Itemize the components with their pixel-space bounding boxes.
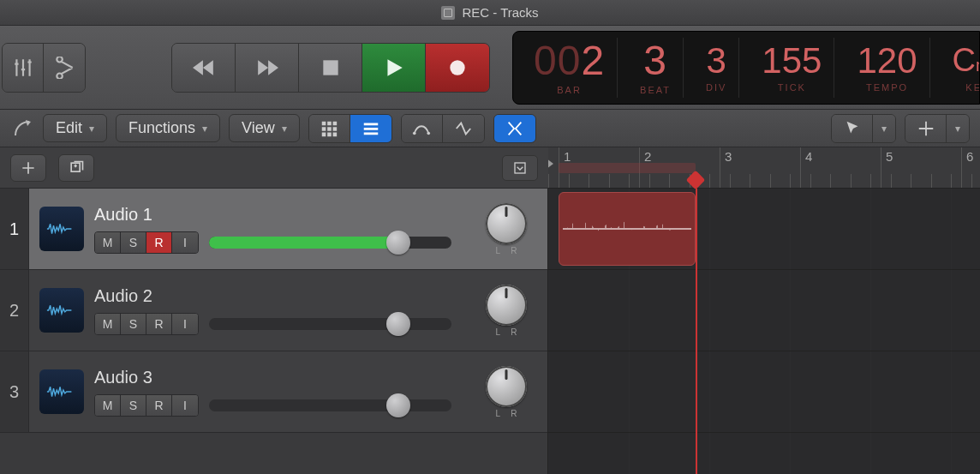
lcd-bar[interactable]: 002 BAR: [522, 38, 618, 98]
lcd-tempo-label: TEMPO: [866, 82, 908, 93]
volume-slider[interactable]: [209, 399, 451, 411]
lcd-key-sub: maj: [976, 56, 980, 75]
track-row[interactable]: 1 Audio 1 M S R I: [0, 189, 547, 270]
functions-menu[interactable]: Functions▾: [116, 114, 220, 142]
stop-button[interactable]: [299, 44, 362, 92]
arrange-lane[interactable]: [548, 189, 980, 270]
track-header-dropdown[interactable]: [502, 155, 538, 181]
back-curve-icon[interactable]: [10, 117, 34, 141]
volume-slider[interactable]: [209, 237, 451, 249]
solo-button[interactable]: S: [121, 314, 146, 334]
rewind-button[interactable]: [172, 44, 236, 92]
mute-button[interactable]: M: [95, 314, 121, 334]
track-core: Audio 3 M S R I: [94, 368, 465, 417]
input-monitor-button[interactable]: I: [172, 232, 198, 253]
view-mode-segment: [308, 114, 392, 143]
left-tool-group: [2, 43, 86, 93]
volume-thumb[interactable]: [386, 393, 410, 417]
lcd-beat-value: 3: [643, 40, 667, 81]
input-monitor-button[interactable]: I: [172, 314, 198, 334]
pan-knob[interactable]: [486, 203, 527, 244]
audio-track-icon[interactable]: [39, 288, 84, 333]
svg-rect-4: [71, 163, 80, 171]
pan-knob[interactable]: [486, 366, 527, 407]
catch-playhead-button[interactable]: [494, 115, 535, 142]
mute-button[interactable]: M: [95, 232, 121, 253]
title-bar: REC - Tracks: [0, 0, 980, 26]
volume-thumb[interactable]: [386, 231, 410, 255]
view-menu[interactable]: View▾: [229, 114, 300, 142]
arrange-body[interactable]: [548, 189, 980, 474]
lcd-tick[interactable]: 155 TICK: [750, 38, 834, 98]
audio-track-icon[interactable]: [39, 369, 84, 414]
lcd-beat[interactable]: 3 BEAT: [628, 38, 684, 98]
track-row[interactable]: 2 Audio 2 M S R I: [0, 270, 547, 351]
playhead-line[interactable]: [696, 189, 697, 474]
pointer-tool-button[interactable]: [832, 115, 873, 142]
list-view-button[interactable]: [350, 115, 391, 142]
transport-bar: 002 BAR 3 BEAT 3 DIV 155 TICK 120 TEMPO …: [0, 26, 980, 110]
cycle-region[interactable]: [559, 163, 696, 173]
lcd-div[interactable]: 3 DIV: [694, 38, 739, 98]
duplicate-track-button[interactable]: [58, 154, 94, 182]
edit-menu-label: Edit: [56, 119, 82, 137]
scissors-icon[interactable]: [44, 44, 85, 92]
volume-thumb[interactable]: [386, 312, 410, 336]
track-row[interactable]: 3 Audio 3 M S R I: [0, 351, 547, 433]
automation-curve-button[interactable]: [402, 115, 443, 142]
arrange-lane[interactable]: [548, 270, 980, 351]
audio-track-icon[interactable]: [39, 207, 84, 251]
lcd-tempo[interactable]: 120 TEMPO: [845, 38, 929, 98]
pointer-tool-chevron[interactable]: ▾: [873, 115, 895, 142]
lcd-bar-value: 2: [581, 38, 605, 83]
record-button[interactable]: [426, 44, 489, 92]
track-name[interactable]: Audio 3: [94, 368, 451, 387]
secondary-tool-chevron[interactable]: ▾: [947, 115, 969, 142]
input-monitor-button[interactable]: I: [172, 395, 198, 416]
volume-slider[interactable]: [209, 318, 451, 330]
grid-view-button[interactable]: [309, 115, 350, 142]
transport-controls: [171, 43, 490, 93]
crosshair-tool-button[interactable]: [905, 115, 947, 142]
mute-button[interactable]: M: [95, 395, 121, 416]
lcd-div-value: 3: [707, 43, 726, 79]
window-title: REC - Tracks: [462, 5, 538, 20]
record-enable-button[interactable]: R: [146, 314, 172, 334]
solo-button[interactable]: S: [121, 395, 146, 416]
track-list: 1 Audio 1 M S R I: [0, 147, 548, 474]
msri-group: M S R I: [94, 231, 199, 254]
catch-segment: [493, 114, 536, 143]
project-doc-icon: [441, 6, 455, 20]
play-button[interactable]: [362, 44, 426, 92]
mixer-icon[interactable]: [3, 44, 44, 92]
arrange-area[interactable]: 1 2 3 4 5 6: [548, 147, 980, 474]
solo-button[interactable]: S: [121, 232, 146, 253]
lcd-key[interactable]: Cmaj KEY: [941, 38, 980, 98]
ruler-play-icon[interactable]: [548, 156, 553, 171]
ruler-ticks: [548, 174, 980, 188]
edit-menu[interactable]: Edit▾: [43, 114, 107, 142]
ruler[interactable]: 1 2 3 4 5 6: [548, 147, 980, 189]
add-track-button[interactable]: [10, 154, 46, 182]
svg-point-3: [427, 131, 431, 135]
arrange-lane[interactable]: [548, 351, 980, 433]
waveform-icon: [566, 214, 688, 243]
audio-region[interactable]: [559, 192, 696, 266]
flex-button[interactable]: [443, 115, 484, 142]
record-enable-button[interactable]: R: [146, 395, 172, 416]
record-enable-button[interactable]: R: [146, 232, 172, 253]
track-name[interactable]: Audio 2: [94, 286, 451, 306]
pan-knob[interactable]: [486, 285, 527, 326]
track-name[interactable]: Audio 1: [94, 205, 451, 225]
track-number: 3: [0, 351, 29, 432]
track-number: 2: [0, 270, 29, 351]
svg-rect-0: [323, 60, 338, 75]
pan-section: LR: [465, 203, 547, 255]
forward-button[interactable]: [236, 44, 299, 92]
svg-point-1: [450, 60, 464, 75]
tracks-menubar: Edit▾ Functions▾ View▾ ▾: [0, 110, 980, 147]
track-header-controls: [0, 147, 548, 189]
view-menu-label: View: [242, 119, 275, 137]
lcd-key-label: KEY: [965, 82, 980, 93]
secondary-tool-segment: ▾: [905, 114, 970, 143]
